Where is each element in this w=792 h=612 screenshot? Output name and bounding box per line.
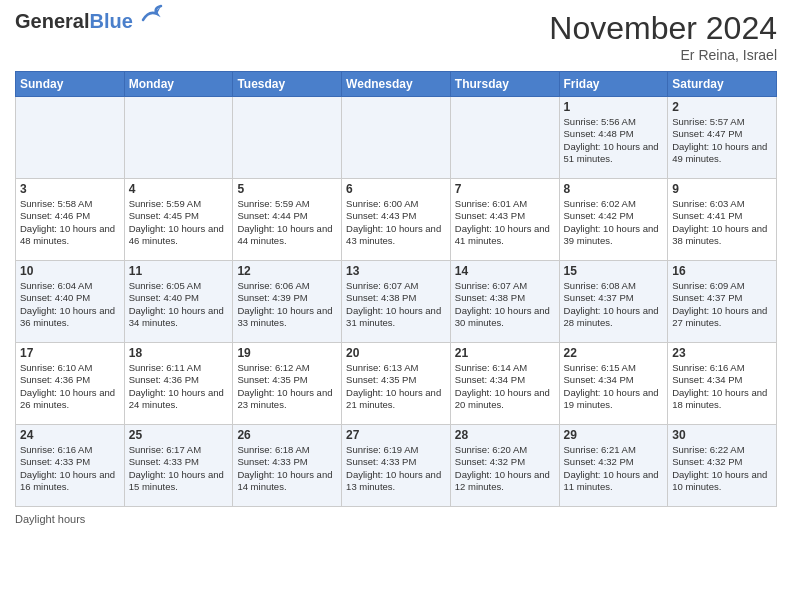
- day-info: Sunset: 4:44 PM: [237, 210, 337, 222]
- calendar-week-2: 3Sunrise: 5:58 AMSunset: 4:46 PMDaylight…: [16, 179, 777, 261]
- calendar-cell: 22Sunrise: 6:15 AMSunset: 4:34 PMDayligh…: [559, 343, 668, 425]
- day-number: 3: [20, 182, 120, 196]
- day-info: Sunset: 4:33 PM: [346, 456, 446, 468]
- day-info: Sunrise: 6:09 AM: [672, 280, 772, 292]
- day-info: Daylight: 10 hours and 20 minutes.: [455, 387, 555, 412]
- day-info: Sunrise: 6:15 AM: [564, 362, 664, 374]
- day-info: Sunrise: 6:19 AM: [346, 444, 446, 456]
- legend: Daylight hours: [15, 513, 777, 525]
- day-info: Daylight: 10 hours and 43 minutes.: [346, 223, 446, 248]
- day-number: 8: [564, 182, 664, 196]
- day-info: Sunrise: 6:16 AM: [672, 362, 772, 374]
- day-info: Daylight: 10 hours and 11 minutes.: [564, 469, 664, 494]
- day-number: 22: [564, 346, 664, 360]
- logo-general-text: General: [15, 10, 89, 32]
- calendar-cell: 8Sunrise: 6:02 AMSunset: 4:42 PMDaylight…: [559, 179, 668, 261]
- day-info: Sunset: 4:36 PM: [129, 374, 229, 386]
- calendar-cell: 19Sunrise: 6:12 AMSunset: 4:35 PMDayligh…: [233, 343, 342, 425]
- day-number: 23: [672, 346, 772, 360]
- day-info: Sunset: 4:35 PM: [237, 374, 337, 386]
- day-info: Daylight: 10 hours and 15 minutes.: [129, 469, 229, 494]
- day-info: Sunset: 4:33 PM: [129, 456, 229, 468]
- day-info: Daylight: 10 hours and 14 minutes.: [237, 469, 337, 494]
- logo-bird-icon: [137, 2, 165, 30]
- calendar-cell: 16Sunrise: 6:09 AMSunset: 4:37 PMDayligh…: [668, 261, 777, 343]
- day-info: Daylight: 10 hours and 18 minutes.: [672, 387, 772, 412]
- calendar-header-wednesday: Wednesday: [342, 72, 451, 97]
- day-info: Sunrise: 6:13 AM: [346, 362, 446, 374]
- day-number: 15: [564, 264, 664, 278]
- calendar-cell: [16, 97, 125, 179]
- day-info: Sunrise: 5:59 AM: [237, 198, 337, 210]
- day-info: Daylight: 10 hours and 10 minutes.: [672, 469, 772, 494]
- day-number: 30: [672, 428, 772, 442]
- calendar-cell: 11Sunrise: 6:05 AMSunset: 4:40 PMDayligh…: [124, 261, 233, 343]
- day-number: 9: [672, 182, 772, 196]
- day-info: Sunset: 4:32 PM: [564, 456, 664, 468]
- day-info: Sunset: 4:43 PM: [346, 210, 446, 222]
- calendar-header-row: SundayMondayTuesdayWednesdayThursdayFrid…: [16, 72, 777, 97]
- calendar-cell: 12Sunrise: 6:06 AMSunset: 4:39 PMDayligh…: [233, 261, 342, 343]
- day-number: 6: [346, 182, 446, 196]
- day-info: Sunset: 4:34 PM: [564, 374, 664, 386]
- day-number: 25: [129, 428, 229, 442]
- calendar-cell: [342, 97, 451, 179]
- day-info: Sunrise: 6:14 AM: [455, 362, 555, 374]
- calendar-cell: 20Sunrise: 6:13 AMSunset: 4:35 PMDayligh…: [342, 343, 451, 425]
- day-number: 7: [455, 182, 555, 196]
- calendar-cell: 6Sunrise: 6:00 AMSunset: 4:43 PMDaylight…: [342, 179, 451, 261]
- day-info: Daylight: 10 hours and 34 minutes.: [129, 305, 229, 330]
- day-number: 1: [564, 100, 664, 114]
- day-info: Sunrise: 5:58 AM: [20, 198, 120, 210]
- day-info: Daylight: 10 hours and 13 minutes.: [346, 469, 446, 494]
- day-info: Daylight: 10 hours and 38 minutes.: [672, 223, 772, 248]
- day-number: 12: [237, 264, 337, 278]
- day-info: Sunrise: 6:08 AM: [564, 280, 664, 292]
- day-info: Sunrise: 6:22 AM: [672, 444, 772, 456]
- calendar-cell: 7Sunrise: 6:01 AMSunset: 4:43 PMDaylight…: [450, 179, 559, 261]
- day-info: Daylight: 10 hours and 19 minutes.: [564, 387, 664, 412]
- calendar-cell: 21Sunrise: 6:14 AMSunset: 4:34 PMDayligh…: [450, 343, 559, 425]
- day-number: 20: [346, 346, 446, 360]
- calendar-cell: 17Sunrise: 6:10 AMSunset: 4:36 PMDayligh…: [16, 343, 125, 425]
- day-info: Sunset: 4:33 PM: [237, 456, 337, 468]
- daylight-label: Daylight hours: [15, 513, 85, 525]
- day-info: Sunset: 4:38 PM: [346, 292, 446, 304]
- day-info: Daylight: 10 hours and 33 minutes.: [237, 305, 337, 330]
- calendar-cell: 2Sunrise: 5:57 AMSunset: 4:47 PMDaylight…: [668, 97, 777, 179]
- day-number: 17: [20, 346, 120, 360]
- day-info: Daylight: 10 hours and 48 minutes.: [20, 223, 120, 248]
- day-info: Daylight: 10 hours and 16 minutes.: [20, 469, 120, 494]
- day-info: Sunset: 4:40 PM: [20, 292, 120, 304]
- logo-general: GeneralBlue: [15, 10, 133, 32]
- day-number: 16: [672, 264, 772, 278]
- day-info: Sunrise: 6:05 AM: [129, 280, 229, 292]
- day-info: Sunset: 4:37 PM: [564, 292, 664, 304]
- day-info: Sunrise: 6:11 AM: [129, 362, 229, 374]
- day-info: Sunset: 4:45 PM: [129, 210, 229, 222]
- day-number: 5: [237, 182, 337, 196]
- day-number: 13: [346, 264, 446, 278]
- day-info: Sunrise: 6:02 AM: [564, 198, 664, 210]
- day-info: Sunset: 4:33 PM: [20, 456, 120, 468]
- day-number: 10: [20, 264, 120, 278]
- day-info: Sunset: 4:34 PM: [455, 374, 555, 386]
- day-info: Sunrise: 6:20 AM: [455, 444, 555, 456]
- day-number: 28: [455, 428, 555, 442]
- calendar-cell: 15Sunrise: 6:08 AMSunset: 4:37 PMDayligh…: [559, 261, 668, 343]
- day-info: Sunrise: 6:00 AM: [346, 198, 446, 210]
- day-info: Daylight: 10 hours and 28 minutes.: [564, 305, 664, 330]
- day-number: 14: [455, 264, 555, 278]
- logo-text: GeneralBlue: [15, 10, 133, 32]
- day-info: Daylight: 10 hours and 26 minutes.: [20, 387, 120, 412]
- day-info: Sunrise: 6:07 AM: [455, 280, 555, 292]
- logo-blue-text: Blue: [89, 10, 132, 32]
- day-info: Sunrise: 6:06 AM: [237, 280, 337, 292]
- day-info: Sunset: 4:35 PM: [346, 374, 446, 386]
- day-info: Sunset: 4:36 PM: [20, 374, 120, 386]
- calendar-cell: 30Sunrise: 6:22 AMSunset: 4:32 PMDayligh…: [668, 425, 777, 507]
- day-info: Daylight: 10 hours and 44 minutes.: [237, 223, 337, 248]
- calendar-week-3: 10Sunrise: 6:04 AMSunset: 4:40 PMDayligh…: [16, 261, 777, 343]
- day-info: Sunset: 4:32 PM: [672, 456, 772, 468]
- day-info: Daylight: 10 hours and 24 minutes.: [129, 387, 229, 412]
